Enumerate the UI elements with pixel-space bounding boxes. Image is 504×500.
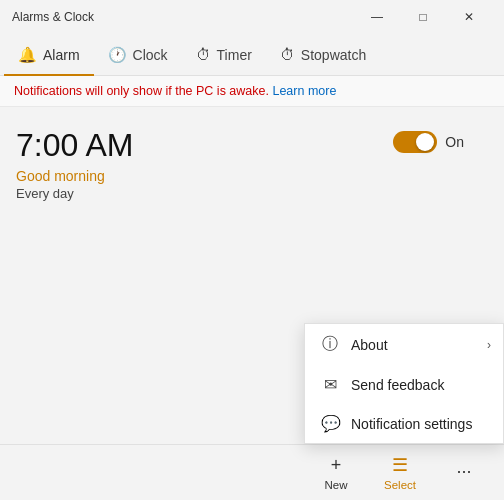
bottom-toolbar: + New ☰ Select ···: [0, 444, 504, 500]
alarm-toggle[interactable]: [393, 131, 437, 153]
alarm-repeat: Every day: [16, 186, 488, 201]
clock-tab-icon: 🕐: [108, 46, 127, 64]
select-label: Select: [384, 479, 416, 491]
feedback-icon: ✉: [321, 375, 339, 394]
menu-feedback-label: Send feedback: [351, 377, 444, 393]
notification-bar: Notifications will only show if the PC i…: [0, 76, 504, 107]
learn-more-link[interactable]: Learn more: [272, 84, 336, 98]
title-bar-left: Alarms & Clock: [12, 10, 94, 24]
tab-alarm[interactable]: 🔔 Alarm: [4, 34, 94, 76]
menu-item-notifications[interactable]: 💬 Notification settings: [305, 404, 503, 443]
app-title: Alarms & Clock: [12, 10, 94, 24]
alarm-tab-label: Alarm: [43, 47, 80, 63]
menu-about-label: About: [351, 337, 388, 353]
new-button[interactable]: + New: [304, 447, 368, 499]
minimize-button[interactable]: —: [354, 0, 400, 34]
menu-item-feedback[interactable]: ✉ Send feedback: [305, 365, 503, 404]
select-button[interactable]: ☰ Select: [368, 447, 432, 499]
maximize-button[interactable]: □: [400, 0, 446, 34]
alarm-label: Good morning: [16, 168, 488, 184]
timer-tab-icon: ⏱: [196, 46, 211, 63]
title-bar-controls: — □ ✕: [354, 0, 492, 34]
stopwatch-tab-label: Stopwatch: [301, 47, 366, 63]
main-content: 7:00 AM Good morning Every day On: [0, 107, 504, 221]
tab-clock[interactable]: 🕐 Clock: [94, 34, 182, 76]
menu-item-about[interactable]: ⓘ About ›: [305, 324, 503, 365]
close-button[interactable]: ✕: [446, 0, 492, 34]
toggle-label: On: [445, 134, 464, 150]
alarm-tab-icon: 🔔: [18, 46, 37, 64]
alarm-toggle-row: On: [393, 131, 464, 153]
context-menu: ⓘ About › ✉ Send feedback 💬 Notification…: [304, 323, 504, 444]
new-icon: +: [331, 455, 342, 476]
more-icon: ···: [456, 461, 471, 482]
notification-settings-icon: 💬: [321, 414, 339, 433]
tab-timer[interactable]: ⏱ Timer: [182, 34, 266, 76]
timer-tab-label: Timer: [217, 47, 252, 63]
title-bar: Alarms & Clock — □ ✕: [0, 0, 504, 34]
more-button[interactable]: ···: [432, 447, 496, 499]
about-icon: ⓘ: [321, 334, 339, 355]
new-label: New: [324, 479, 347, 491]
stopwatch-tab-icon: ⏱: [280, 46, 295, 63]
notification-text: Notifications will only show if the PC i…: [14, 84, 269, 98]
clock-tab-label: Clock: [133, 47, 168, 63]
toggle-thumb: [416, 133, 434, 151]
select-icon: ☰: [392, 454, 408, 476]
tab-bar: 🔔 Alarm 🕐 Clock ⏱ Timer ⏱ Stopwatch: [0, 34, 504, 76]
tab-stopwatch[interactable]: ⏱ Stopwatch: [266, 34, 380, 76]
about-chevron-icon: ›: [487, 338, 491, 352]
menu-notifications-label: Notification settings: [351, 416, 472, 432]
